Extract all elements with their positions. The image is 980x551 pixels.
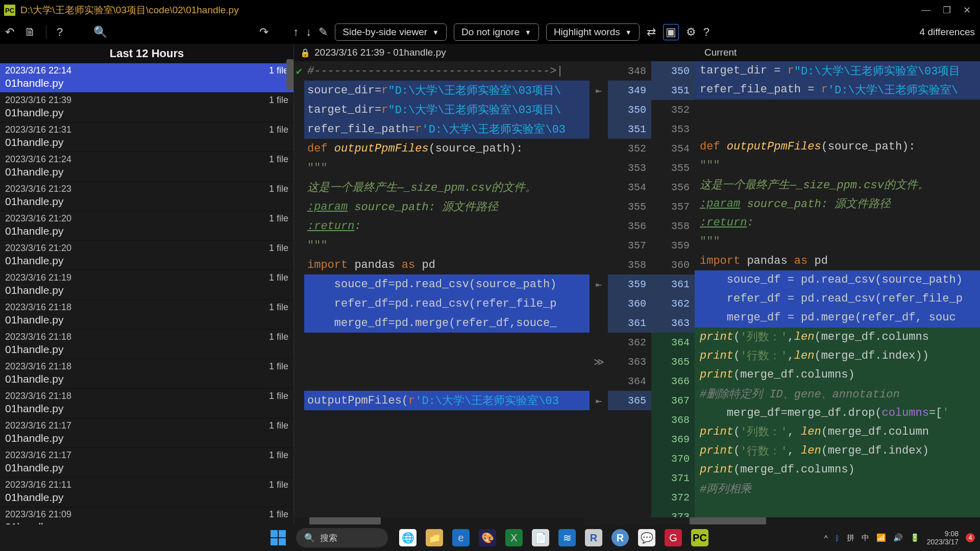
code-line[interactable]: 这是一个最终产生—_size_ppm.csv的文件。 [304, 178, 590, 197]
right-code-panel[interactable]: target_dir = r"D:\大学\王老师实验室\03项目refer_fi… [695, 61, 980, 517]
code-line[interactable]: """ [695, 232, 980, 251]
code-line[interactable]: :param source_path: 源文件路径 [695, 194, 980, 213]
maximize-button[interactable]: ❐ [943, 5, 951, 16]
code-line[interactable]: print('列数：',len(merge_df.columns [695, 328, 980, 346]
left-hscrollbar[interactable] [294, 517, 584, 524]
left-code-panel[interactable]: #----------------------------------->|so… [304, 61, 590, 517]
taskbar-search[interactable]: 🔍 搜索 [296, 528, 388, 547]
code-line[interactable]: source_dir=r"D:\大学\王老师实验室\03项目\ [304, 81, 590, 100]
wechat-icon[interactable]: 💬 [638, 529, 655, 546]
vscode-icon[interactable]: ≋ [558, 529, 576, 546]
code-line[interactable]: merge_df=pd.merge(refer_df,souce_ [304, 313, 590, 333]
code-line[interactable]: merge_df=merge_df.drop(columns=[' [695, 404, 980, 422]
ime-indicator[interactable]: 拼 [847, 533, 854, 543]
history-item[interactable]: 2023/3/16 21:391 file01handle.py [0, 93, 293, 122]
history-item[interactable]: 2023/3/16 21:181 file01handle.py [0, 330, 293, 359]
diff-marker-icon[interactable]: ⇤ [590, 391, 608, 410]
revert-icon[interactable]: 🗎 [24, 26, 36, 39]
code-line[interactable]: #删除特定列 ID、gene、annotation [695, 384, 980, 403]
collapse-unchanged-icon[interactable]: ▣ [663, 24, 679, 40]
diff-marker-icon[interactable]: ≫ [590, 352, 608, 371]
code-line[interactable]: target_dir=r"D:\大学\王老师实验室\03项目\ [304, 100, 590, 119]
code-line[interactable]: souce_df = pd.read_csv(source_path) [695, 270, 980, 289]
code-line[interactable]: """ [695, 156, 980, 175]
code-line[interactable]: print('行数：', len(merge_df.index) [695, 441, 980, 460]
code-line[interactable]: :param source_path: 源文件路径 [304, 197, 590, 216]
code-line[interactable]: #----------------------------------->| [304, 61, 590, 81]
help-icon[interactable]: ? [703, 26, 709, 39]
highlight-mode-dropdown[interactable]: Highlight words ▼ [546, 23, 640, 41]
code-line[interactable]: souce_df=pd.read_csv(source_path) [304, 274, 590, 294]
code-line[interactable]: target_dir = r"D:\大学\王老师实验室\03项目 [695, 61, 980, 80]
bluetooth-icon[interactable]: ᛒ [835, 534, 840, 542]
system-tray[interactable]: ^ ᛒ 拼 中 📶 🔊 🔋 9:08 2023/3/17 4 [824, 524, 975, 551]
right-hscrollbar[interactable] [690, 517, 980, 524]
pycharm-icon[interactable]: PC [691, 529, 708, 546]
view-mode-dropdown[interactable]: Side-by-side viewer ▼ [335, 23, 447, 41]
sidebar-scrollbar[interactable] [286, 59, 293, 90]
history-item[interactable]: 2023/3/16 21:201 file01handle.py [0, 241, 293, 270]
code-line[interactable]: """ [304, 236, 590, 255]
sync-scroll-icon[interactable]: ⇄ [647, 26, 656, 39]
minimize-button[interactable]: — [921, 5, 930, 16]
code-line[interactable]: def outputPpmFiles(source_path): [304, 139, 590, 158]
code-line[interactable]: #两列相乘 [695, 480, 980, 498]
edit-icon[interactable]: ✎ [318, 26, 328, 39]
code-line[interactable] [695, 99, 980, 118]
notepad-icon[interactable]: 📄 [532, 529, 549, 546]
code-line[interactable] [695, 498, 980, 517]
clock[interactable]: 9:08 2023/3/17 [927, 530, 959, 546]
gear-icon[interactable]: ⚙ [686, 26, 696, 39]
code-line[interactable]: refer_file_path=r'D:\大学\王老师实验室\03 [304, 119, 590, 139]
code-line[interactable]: :return: [695, 213, 980, 232]
code-line[interactable]: :return: [304, 216, 590, 236]
history-item[interactable]: 2023/3/16 21:311 file01handle.py [0, 122, 293, 152]
volume-icon[interactable]: 🔊 [893, 533, 903, 542]
code-line[interactable]: refer_df = pd.read_csv(refer_file_p [695, 289, 980, 308]
code-line[interactable]: def outputPpmFiles(source_path): [695, 137, 980, 156]
next-diff-icon[interactable]: ↓ [306, 26, 311, 39]
history-item[interactable]: 2023/3/16 21:171 file01handle.py [0, 448, 293, 478]
code-line[interactable]: import pandas as pd [695, 252, 980, 270]
code-line[interactable]: print(merge_df.columns) [695, 365, 980, 384]
chrome-icon[interactable]: 🌐 [399, 529, 416, 546]
redo-icon[interactable]: ↷ [259, 26, 268, 39]
code-line[interactable] [304, 333, 590, 352]
undo-icon[interactable]: ↶ [5, 26, 14, 39]
r-icon[interactable]: R [611, 529, 629, 546]
rstudio-icon[interactable]: R [585, 529, 602, 546]
history-item[interactable]: 2023/3/16 21:181 file01handle.py [0, 359, 293, 389]
history-item[interactable]: 2023/3/16 22:141 file01handle.py [0, 63, 293, 93]
paint-icon[interactable]: 🎨 [479, 529, 496, 546]
wifi-icon[interactable]: 📶 [876, 533, 886, 542]
code-line[interactable]: refer_file_path = r'D:\大学\王老师实验室\ [695, 80, 980, 99]
code-line[interactable]: print('列数：', len(merge_df.column [695, 422, 980, 441]
code-line[interactable]: 这是一个最终产生—_size_ppm.csv的文件。 [695, 176, 980, 194]
notification-badge[interactable]: 4 [966, 533, 975, 542]
code-line[interactable] [304, 371, 590, 391]
code-line[interactable]: """ [304, 158, 590, 178]
code-line[interactable] [304, 352, 590, 371]
code-line[interactable]: print(merge_df.columns) [695, 460, 980, 479]
help-icon[interactable]: ? [57, 26, 63, 39]
edge-icon[interactable]: e [452, 529, 470, 546]
start-button[interactable] [271, 530, 286, 545]
code-line[interactable]: outputPpmFiles(r'D:\大学\王老师实验室\03 [304, 391, 590, 410]
history-item[interactable]: 2023/3/16 21:111 file01handle.py [0, 478, 293, 507]
history-item[interactable]: 2023/3/16 21:241 file01handle.py [0, 152, 293, 182]
code-line[interactable]: import pandas as pd [304, 255, 590, 274]
code-line[interactable]: print('行数：',len(merge_df.index)) [695, 346, 980, 365]
history-item[interactable]: 2023/3/16 21:201 file01handle.py [0, 211, 293, 241]
tray-chevron-icon[interactable]: ^ [824, 534, 828, 542]
history-item[interactable]: 2023/3/16 21:191 file01handle.py [0, 270, 293, 300]
close-button[interactable]: ✕ [963, 5, 971, 16]
language-indicator[interactable]: 中 [862, 533, 869, 543]
history-item[interactable]: 2023/3/16 21:231 file01handle.py [0, 182, 293, 211]
excel-icon[interactable]: X [505, 529, 523, 546]
history-item[interactable]: 2023/3/16 21:181 file01handle.py [0, 389, 293, 418]
search-icon[interactable]: 🔍 [93, 26, 107, 39]
history-item[interactable]: 2023/3/16 21:171 file01handle.py [0, 418, 293, 448]
code-line[interactable] [695, 118, 980, 137]
code-line[interactable]: merge_df = pd.merge(refer_df, souc [695, 308, 980, 327]
history-item[interactable]: 2023/3/16 21:181 file01handle.py [0, 300, 293, 330]
